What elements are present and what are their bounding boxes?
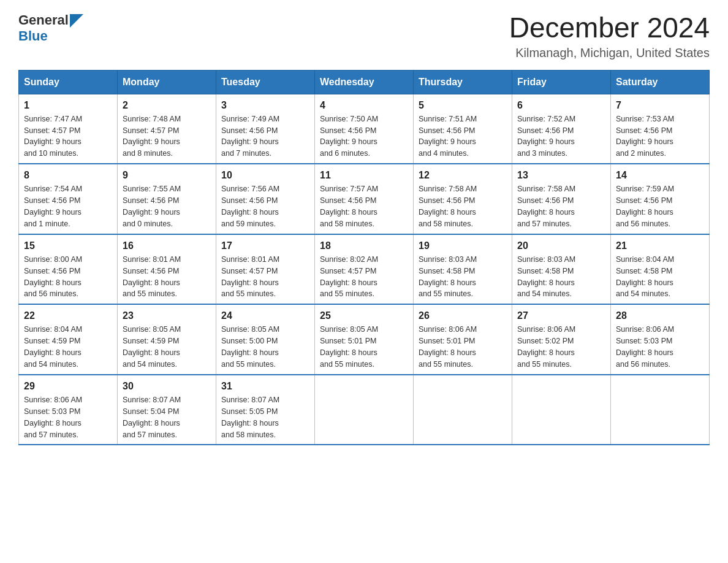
day-number: 3 xyxy=(221,98,309,112)
table-row: 1 Sunrise: 7:47 AMSunset: 4:57 PMDayligh… xyxy=(19,94,118,164)
day-number: 23 xyxy=(123,308,211,323)
col-wednesday: Wednesday xyxy=(315,70,414,94)
day-number: 26 xyxy=(419,308,507,323)
day-number: 4 xyxy=(320,98,408,112)
table-row: 30 Sunrise: 8:07 AMSunset: 5:04 PMDaylig… xyxy=(118,375,216,445)
logo-triangle-icon xyxy=(70,14,83,28)
calendar-subtitle: Kilmanagh, Michigan, United States xyxy=(509,46,710,60)
calendar-week-2: 8 Sunrise: 7:54 AMSunset: 4:56 PMDayligh… xyxy=(19,164,710,234)
col-sunday: Sunday xyxy=(19,70,118,94)
table-row: 31 Sunrise: 8:07 AMSunset: 5:05 PMDaylig… xyxy=(216,375,315,445)
day-info: Sunrise: 7:56 AMSunset: 4:56 PMDaylight:… xyxy=(221,185,279,228)
table-row: 12 Sunrise: 7:58 AMSunset: 4:56 PMDaylig… xyxy=(414,164,512,234)
day-number: 11 xyxy=(320,168,408,182)
day-number: 6 xyxy=(517,98,605,112)
day-number: 18 xyxy=(320,239,408,253)
table-row: 20 Sunrise: 8:03 AMSunset: 4:58 PMDaylig… xyxy=(512,234,611,305)
day-number: 20 xyxy=(517,239,605,253)
day-number: 10 xyxy=(221,168,309,182)
day-number: 1 xyxy=(24,98,112,112)
table-row: 9 Sunrise: 7:55 AMSunset: 4:56 PMDayligh… xyxy=(118,164,216,234)
col-saturday: Saturday xyxy=(611,70,710,94)
day-info: Sunrise: 7:49 AMSunset: 4:56 PMDaylight:… xyxy=(221,115,279,158)
day-info: Sunrise: 7:58 AMSunset: 4:56 PMDaylight:… xyxy=(419,185,477,228)
day-number: 13 xyxy=(517,168,605,182)
day-info: Sunrise: 7:54 AMSunset: 4:56 PMDaylight:… xyxy=(24,185,82,228)
table-row: 21 Sunrise: 8:04 AMSunset: 4:58 PMDaylig… xyxy=(611,234,710,305)
table-row: 2 Sunrise: 7:48 AMSunset: 4:57 PMDayligh… xyxy=(118,94,216,164)
day-info: Sunrise: 7:50 AMSunset: 4:56 PMDaylight:… xyxy=(320,115,378,158)
day-info: Sunrise: 8:05 AMSunset: 5:00 PMDaylight:… xyxy=(221,325,279,369)
table-row: 17 Sunrise: 8:01 AMSunset: 4:57 PMDaylig… xyxy=(216,234,315,305)
day-info: Sunrise: 8:05 AMSunset: 5:01 PMDaylight:… xyxy=(320,325,378,369)
table-row xyxy=(512,375,611,445)
day-number: 29 xyxy=(24,379,112,393)
day-number: 14 xyxy=(616,168,704,182)
table-row: 25 Sunrise: 8:05 AMSunset: 5:01 PMDaylig… xyxy=(315,304,414,375)
day-info: Sunrise: 8:05 AMSunset: 4:59 PMDaylight:… xyxy=(123,325,181,369)
day-info: Sunrise: 8:06 AMSunset: 5:03 PMDaylight:… xyxy=(616,325,674,369)
table-row: 6 Sunrise: 7:52 AMSunset: 4:56 PMDayligh… xyxy=(512,94,611,164)
table-row xyxy=(414,375,512,445)
svg-marker-0 xyxy=(70,14,83,28)
table-row: 18 Sunrise: 8:02 AMSunset: 4:57 PMDaylig… xyxy=(315,234,414,305)
day-number: 17 xyxy=(221,239,309,253)
calendar-week-4: 22 Sunrise: 8:04 AMSunset: 4:59 PMDaylig… xyxy=(19,304,710,375)
logo-general: General xyxy=(18,12,69,28)
day-number: 28 xyxy=(616,308,704,323)
table-row: 19 Sunrise: 8:03 AMSunset: 4:58 PMDaylig… xyxy=(414,234,512,305)
table-row: 4 Sunrise: 7:50 AMSunset: 4:56 PMDayligh… xyxy=(315,94,414,164)
calendar-table: Sunday Monday Tuesday Wednesday Thursday… xyxy=(18,70,710,446)
day-number: 24 xyxy=(221,308,309,323)
day-number: 27 xyxy=(517,308,605,323)
day-info: Sunrise: 7:55 AMSunset: 4:56 PMDaylight:… xyxy=(123,185,181,228)
calendar-week-5: 29 Sunrise: 8:06 AMSunset: 5:03 PMDaylig… xyxy=(19,375,710,445)
table-row: 15 Sunrise: 8:00 AMSunset: 4:56 PMDaylig… xyxy=(19,234,118,305)
table-row: 11 Sunrise: 7:57 AMSunset: 4:56 PMDaylig… xyxy=(315,164,414,234)
table-row: 28 Sunrise: 8:06 AMSunset: 5:03 PMDaylig… xyxy=(611,304,710,375)
day-info: Sunrise: 8:04 AMSunset: 4:58 PMDaylight:… xyxy=(616,255,674,299)
day-info: Sunrise: 8:03 AMSunset: 4:58 PMDaylight:… xyxy=(517,255,575,299)
day-info: Sunrise: 7:52 AMSunset: 4:56 PMDaylight:… xyxy=(517,115,575,158)
day-info: Sunrise: 8:07 AMSunset: 5:05 PMDaylight:… xyxy=(221,396,279,439)
table-row: 8 Sunrise: 7:54 AMSunset: 4:56 PMDayligh… xyxy=(19,164,118,234)
page-header: General Blue December 2024 Kilmanagh, Mi… xyxy=(18,12,710,60)
title-block: December 2024 Kilmanagh, Michigan, Unite… xyxy=(509,12,710,60)
day-number: 16 xyxy=(123,239,211,253)
table-row: 3 Sunrise: 7:49 AMSunset: 4:56 PMDayligh… xyxy=(216,94,315,164)
calendar-week-1: 1 Sunrise: 7:47 AMSunset: 4:57 PMDayligh… xyxy=(19,94,710,164)
calendar-week-3: 15 Sunrise: 8:00 AMSunset: 4:56 PMDaylig… xyxy=(19,234,710,305)
day-number: 9 xyxy=(123,168,211,182)
day-info: Sunrise: 7:53 AMSunset: 4:56 PMDaylight:… xyxy=(616,115,674,158)
day-info: Sunrise: 8:01 AMSunset: 4:57 PMDaylight:… xyxy=(221,255,279,299)
table-row: 22 Sunrise: 8:04 AMSunset: 4:59 PMDaylig… xyxy=(19,304,118,375)
table-row: 7 Sunrise: 7:53 AMSunset: 4:56 PMDayligh… xyxy=(611,94,710,164)
day-number: 19 xyxy=(419,239,507,253)
day-number: 2 xyxy=(123,98,211,112)
day-info: Sunrise: 8:06 AMSunset: 5:01 PMDaylight:… xyxy=(419,325,477,369)
table-row: 29 Sunrise: 8:06 AMSunset: 5:03 PMDaylig… xyxy=(19,375,118,445)
day-info: Sunrise: 8:04 AMSunset: 4:59 PMDaylight:… xyxy=(24,325,82,369)
day-info: Sunrise: 8:03 AMSunset: 4:58 PMDaylight:… xyxy=(419,255,477,299)
day-number: 30 xyxy=(123,379,211,393)
day-number: 21 xyxy=(616,239,704,253)
day-info: Sunrise: 7:48 AMSunset: 4:57 PMDaylight:… xyxy=(123,115,181,158)
table-row xyxy=(611,375,710,445)
day-info: Sunrise: 8:01 AMSunset: 4:56 PMDaylight:… xyxy=(123,255,181,299)
table-row xyxy=(315,375,414,445)
col-thursday: Thursday xyxy=(414,70,512,94)
day-info: Sunrise: 8:06 AMSunset: 5:03 PMDaylight:… xyxy=(24,396,82,439)
logo-blue: Blue xyxy=(18,28,48,44)
col-monday: Monday xyxy=(118,70,216,94)
day-number: 31 xyxy=(221,379,309,393)
day-number: 12 xyxy=(419,168,507,182)
calendar-header-row: Sunday Monday Tuesday Wednesday Thursday… xyxy=(19,70,710,94)
day-info: Sunrise: 7:57 AMSunset: 4:56 PMDaylight:… xyxy=(320,185,378,228)
table-row: 23 Sunrise: 8:05 AMSunset: 4:59 PMDaylig… xyxy=(118,304,216,375)
table-row: 27 Sunrise: 8:06 AMSunset: 5:02 PMDaylig… xyxy=(512,304,611,375)
day-number: 22 xyxy=(24,308,112,323)
day-info: Sunrise: 8:07 AMSunset: 5:04 PMDaylight:… xyxy=(123,396,181,439)
col-friday: Friday xyxy=(512,70,611,94)
day-info: Sunrise: 8:02 AMSunset: 4:57 PMDaylight:… xyxy=(320,255,378,299)
table-row: 16 Sunrise: 8:01 AMSunset: 4:56 PMDaylig… xyxy=(118,234,216,305)
